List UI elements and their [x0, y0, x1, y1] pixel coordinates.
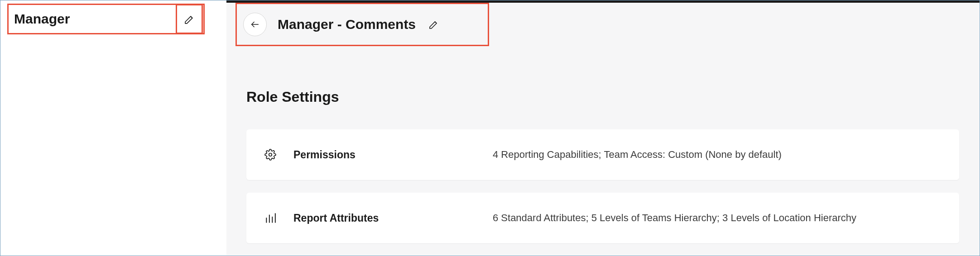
sidebar: Manager: [2, 2, 224, 254]
sidebar-item-label: Manager: [14, 11, 70, 27]
sidebar-edit-button[interactable]: [176, 4, 203, 34]
card-summary: 6 Standard Attributes; 5 Levels of Teams…: [493, 212, 941, 224]
card-summary: 4 Reporting Capabilities; Team Access: C…: [493, 149, 941, 161]
pencil-icon: [184, 14, 195, 25]
bar-chart-icon: [264, 212, 276, 224]
title-edit-button[interactable]: [428, 19, 439, 30]
sidebar-item-role[interactable]: Manager: [7, 4, 205, 34]
card-permissions[interactable]: Permissions 4 Reporting Capabilities; Te…: [246, 129, 959, 180]
main-panel: Manager - Comments Role Settings Permiss…: [226, 3, 979, 255]
gear-icon: [264, 149, 276, 161]
arrow-left-icon: [250, 19, 260, 29]
section-title: Role Settings: [246, 89, 339, 105]
pencil-icon: [428, 19, 439, 30]
header-region: Manager - Comments: [235, 3, 489, 46]
back-button[interactable]: [243, 13, 267, 36]
card-label: Permissions: [293, 149, 493, 161]
svg-point-1: [269, 153, 272, 156]
card-report-attributes[interactable]: Report Attributes 6 Standard Attributes;…: [246, 193, 959, 243]
card-label: Report Attributes: [293, 212, 493, 224]
page-title: Manager - Comments: [278, 17, 416, 32]
